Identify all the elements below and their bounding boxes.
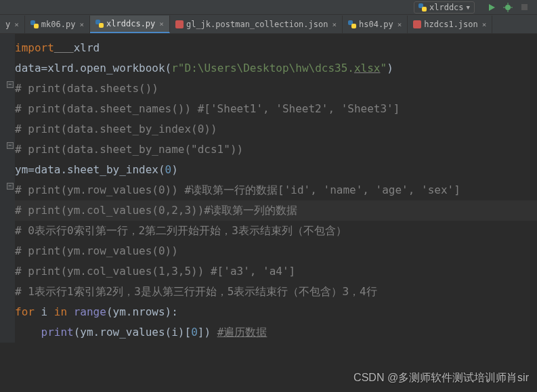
json-icon xyxy=(175,20,184,28)
code-line: # print(data.sheet_by_name("dcs1")) xyxy=(15,139,537,160)
editor-tabs: y × mk06.py × xlrddcs.py × gl_jk.postman… xyxy=(0,15,537,34)
run-button[interactable] xyxy=(486,1,498,14)
json-icon xyxy=(413,20,421,28)
python-icon xyxy=(348,20,356,28)
tab-label: hzdcs1.json xyxy=(424,20,477,29)
fold-icon[interactable]: − xyxy=(7,183,14,190)
tab-hs04[interactable]: hs04.py × xyxy=(343,16,408,33)
bug-icon xyxy=(503,3,513,12)
close-icon[interactable]: × xyxy=(332,20,337,29)
tab-label: y xyxy=(5,20,10,29)
chevron-down-icon: ▼ xyxy=(467,4,470,11)
close-icon[interactable]: × xyxy=(14,20,19,29)
code-line: # 1表示行1索引第2列，3是从第三行开始，5表示结束行（不包含）3，4行 xyxy=(15,282,537,302)
code-line: print(ym.row_values(i)[0]) #遍历数据 xyxy=(15,322,537,343)
tab-hzdcs1[interactable]: hzdcs1.json × xyxy=(408,16,492,33)
close-icon[interactable]: × xyxy=(79,20,84,29)
tab-label: xlrddcs.py xyxy=(106,19,155,28)
run-config-label: xlrddcs xyxy=(429,3,464,12)
tab-xlrddcs[interactable]: xlrddcs.py × xyxy=(90,16,170,33)
svg-point-1 xyxy=(505,5,511,10)
python-icon xyxy=(95,20,104,28)
code-line: # print(ym.col_values(1,3,5)) #['a3', 'a… xyxy=(15,261,537,282)
code-line: # print(data.sheet_by_index(0)) xyxy=(15,119,537,139)
tab-mk06[interactable]: mk06.py × xyxy=(25,16,90,33)
code-line: data=xlrd.open_workbook(r"D:\Users\Deskt… xyxy=(15,58,537,79)
python-icon xyxy=(30,20,39,28)
debug-button[interactable] xyxy=(502,1,514,14)
fold-icon[interactable]: − xyxy=(7,142,14,149)
tab-gljk[interactable]: gl_jk.postman_collection.json × xyxy=(170,16,343,33)
tab-label: hs04.py xyxy=(359,20,393,29)
code-line: # print(data.sheets()) xyxy=(15,79,537,99)
tab-label: gl_jk.postman_collection.json xyxy=(186,20,328,29)
run-config-dropdown[interactable]: xlrddcs ▼ xyxy=(414,1,475,14)
code-line: # print(ym.col_values(0,2,3))#读取第一列的数据 xyxy=(15,200,537,221)
close-icon[interactable]: × xyxy=(159,20,164,28)
code-line: for i in range(ym.nrows): xyxy=(15,302,537,322)
code-line: import xlrd xyxy=(15,38,537,58)
close-icon[interactable]: × xyxy=(398,20,402,29)
top-toolbar: xlrddcs ▼ xyxy=(0,0,537,15)
code-line: ym=data.sheet_by_index(0) xyxy=(15,160,537,180)
code-editor[interactable]: − − − import xlrd data=xlrd.open_workboo… xyxy=(0,34,537,343)
code-line: # print(data.sheet_names()) #['Sheet1', … xyxy=(15,99,537,119)
tab-label: mk06.py xyxy=(41,20,76,29)
play-icon xyxy=(488,3,496,12)
editor-gutter: − − − xyxy=(0,34,15,343)
watermark-text: CSDN @多测师软件测试培训师肖sir xyxy=(353,371,529,385)
code-line: # 0表示行0索引第一行，2第二列开始开始，3表示结束列（不包含） xyxy=(15,221,537,241)
close-icon[interactable]: × xyxy=(482,20,487,29)
stop-button[interactable] xyxy=(518,1,530,14)
tab-partial[interactable]: y × xyxy=(0,16,25,33)
fold-icon[interactable]: − xyxy=(7,81,14,88)
python-icon xyxy=(418,3,427,12)
svg-marker-0 xyxy=(489,4,495,11)
code-line: # print(ym.row_values(0)) #读取第一行的数据['id'… xyxy=(15,180,537,200)
stop-icon xyxy=(521,3,528,11)
code-line: # print(ym.row_values(0)) xyxy=(15,241,537,261)
svg-rect-6 xyxy=(521,4,528,10)
